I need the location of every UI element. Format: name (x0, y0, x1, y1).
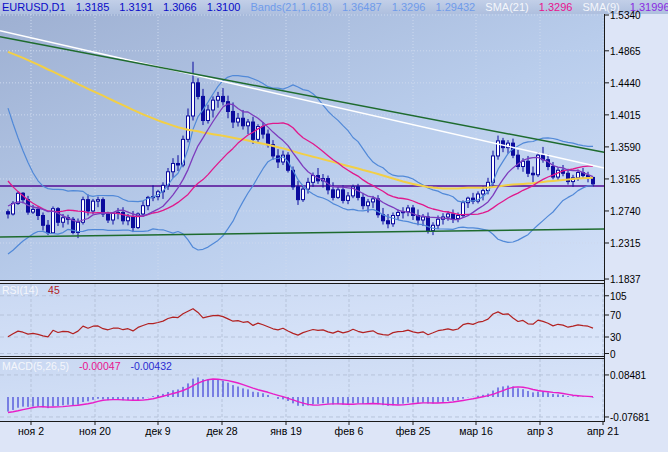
symbol-timeframe: EURUSD,D1 (2, 1, 66, 13)
price-axis-label: 1.2740 (610, 205, 641, 216)
bands-lower-value: 1.29432 (435, 1, 475, 13)
macd-axis-label: -0.07681 (610, 411, 649, 422)
time-axis-label: апр 21 (568, 425, 638, 437)
main-chart-pane[interactable] (0, 14, 604, 281)
price-axis-label: 1.5340 (610, 10, 641, 21)
sma21-value: 1.3296 (539, 1, 573, 13)
bar-open: 1.3185 (76, 1, 110, 13)
rsi-pane[interactable] (0, 284, 604, 357)
bands-middle-value: 1.3296 (392, 1, 426, 13)
price-axis-label: 1.3590 (610, 141, 641, 152)
macd-axis-label: 0.08481 (610, 369, 646, 380)
sma21-label: SMA(21) (485, 1, 528, 13)
bands-indicator-label: Bands(21,1.618) (251, 1, 332, 13)
price-axis-label: 1.4865 (610, 45, 641, 56)
time-axis-label: янв 19 (251, 425, 321, 437)
chart-window: EURUSD,D1 1.3185 1.3191 1.3066 1.3100 Ba… (0, 0, 668, 452)
price-axis-label: 1.2315 (610, 237, 641, 248)
price-axis-label: 1.3165 (610, 173, 641, 184)
bar-high: 1.3191 (119, 1, 153, 13)
time-axis-label: мар 16 (441, 425, 511, 437)
bands-upper-value: 1.36487 (342, 1, 382, 13)
rsi-axis-label: 70 (610, 310, 621, 321)
time-axis-label: фев 25 (378, 425, 448, 437)
rsi-axis-label: 105 (610, 290, 627, 301)
time-axis-label: ноя 20 (60, 425, 130, 437)
time-axis-label: дек 9 (123, 425, 193, 437)
rsi-axis-label: 30 (610, 332, 621, 343)
price-axis-label: 1.4015 (610, 109, 641, 120)
price-axis-label: 1.4440 (610, 77, 641, 88)
time-axis-label: ноя 2 (0, 425, 66, 437)
bar-low: 1.3066 (163, 1, 197, 13)
time-axis-label: дек 28 (187, 425, 257, 437)
rsi-axis-label: 0 (610, 348, 616, 359)
time-axis-label: фев 6 (314, 425, 384, 437)
macd-pane[interactable] (0, 359, 604, 421)
price-axis-label: 1.1837 (610, 274, 641, 285)
chart-info-bar: EURUSD,D1 1.3185 1.3191 1.3066 1.3100 Ba… (0, 0, 668, 14)
bar-close: 1.3100 (207, 1, 241, 13)
time-axis-label: апр 3 (505, 425, 575, 437)
